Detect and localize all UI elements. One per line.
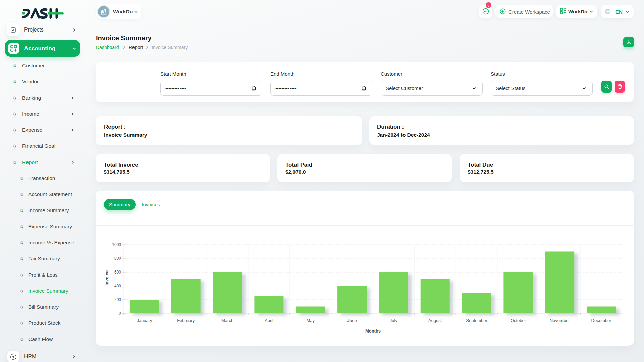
svg-text:1000: 1000 [112,242,121,247]
svg-text:600: 600 [114,270,121,275]
svg-text:July: July [390,318,398,323]
svg-text:May: May [306,318,315,323]
svg-text:Months: Months [365,328,381,334]
svg-text:800: 800 [114,256,121,261]
svg-text:June: June [347,318,357,323]
svg-text:Invoice: Invoice [104,270,109,286]
svg-text:February: February [177,318,195,323]
svg-text:August: August [428,318,442,323]
svg-text:0: 0 [119,311,121,316]
svg-text:September: September [466,318,487,323]
svg-text:October: October [511,318,526,323]
svg-text:April: April [265,318,273,323]
svg-text:December: December [591,318,612,323]
svg-text:November: November [550,318,570,323]
svg-text:400: 400 [114,284,121,288]
svg-text:March: March [221,318,233,323]
svg-text:200: 200 [114,297,121,302]
svg-text:January: January [137,318,152,323]
